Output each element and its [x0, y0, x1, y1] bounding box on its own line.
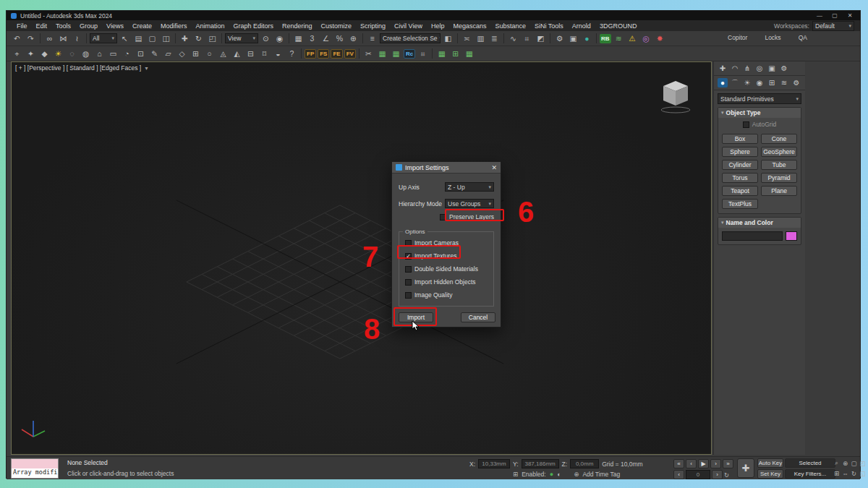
select-rotate-icon[interactable]: ↻ — [192, 33, 205, 44]
geosphere-button[interactable]: GeoSphere — [761, 147, 797, 157]
menu-tools[interactable]: Tools — [51, 22, 75, 30]
cut-icon[interactable]: ✂ — [362, 48, 375, 59]
render-production-icon[interactable]: ● — [581, 33, 593, 44]
table-tool-icon[interactable]: ⊞ — [449, 48, 461, 59]
tab-hierarchy-icon[interactable]: ⋔ — [742, 64, 752, 73]
primitive-category-dropdown[interactable]: Standard Primitives▾ — [718, 93, 801, 104]
pyramid-button[interactable]: Pyramid — [761, 173, 797, 183]
next-frame-button[interactable]: › — [710, 459, 721, 468]
quick-menu-locks[interactable]: Locks — [765, 34, 780, 41]
category-lights-icon[interactable]: ☀ — [742, 78, 752, 87]
maximize-button[interactable]: ▢ — [829, 12, 841, 19]
image-quality-checkbox[interactable] — [405, 292, 412, 299]
time-configuration-icon[interactable]: ↻ — [724, 471, 729, 479]
menu-rendering[interactable]: Rendering — [278, 22, 317, 30]
zoom-icon[interactable]: ⌕ — [833, 458, 841, 468]
tube-button[interactable]: Tube — [761, 160, 797, 170]
keyboard-override-icon[interactable]: ▦ — [292, 33, 305, 44]
table-tool-icon[interactable]: ▦ — [435, 48, 448, 59]
select-manipulate-icon[interactable]: ◉ — [273, 33, 286, 44]
toolbar2-icon-19[interactable]: ⌑ — [258, 48, 271, 59]
z-coordinate-field[interactable]: 0,0mm — [570, 459, 599, 468]
select-object-icon[interactable]: ↖ — [119, 33, 131, 44]
grid-tool-icon[interactable]: ▦ — [390, 48, 402, 59]
warning-icon[interactable]: ⚠ — [626, 33, 639, 44]
category-helpers-icon[interactable]: ⊞ — [767, 78, 777, 87]
menu-3dground[interactable]: 3DGROUND — [595, 22, 642, 30]
use-pivot-center-icon[interactable]: ⊙ — [260, 33, 272, 44]
image-quality-row[interactable]: Image Quality — [405, 291, 488, 299]
maxscript-mini-listener[interactable]: Array modifi — [11, 458, 59, 479]
tab-create-icon[interactable]: ✚ — [718, 64, 728, 73]
go-to-end-button[interactable]: » — [723, 459, 733, 468]
selected-set-dropdown[interactable]: Selected — [785, 458, 835, 468]
schematic-icon[interactable]: ⌗ — [417, 48, 429, 59]
preserve-layers-checkbox[interactable] — [440, 214, 446, 221]
snap-toggle-icon[interactable]: 3 — [306, 33, 318, 44]
maximize-viewport-icon[interactable]: ◱ — [859, 468, 867, 478]
close-button[interactable]: ✕ — [844, 12, 856, 19]
cone-button[interactable]: Cone — [761, 134, 797, 144]
quick-menu-copitor[interactable]: Copitor — [728, 34, 747, 41]
import-textures-row[interactable]: ✓ Import Textures — [405, 252, 488, 260]
toolbar2-icon-20[interactable]: ◒ — [272, 48, 284, 59]
redo-icon[interactable]: ↷ — [25, 33, 37, 44]
orbit-icon[interactable]: ↻ — [850, 468, 858, 478]
name-color-header[interactable]: ▾Name and Color — [718, 218, 801, 228]
toolbar2-icon-14[interactable]: ⊞ — [190, 48, 202, 59]
category-spacewarps-icon[interactable]: ≋ — [779, 78, 789, 87]
stack-plugin-icon[interactable]: ≋ — [613, 33, 625, 44]
toolbar2-icon-17[interactable]: ◭ — [231, 48, 243, 59]
x-coordinate-field[interactable]: 10,33mm — [478, 459, 510, 468]
autogrid-checkbox[interactable] — [743, 121, 749, 128]
select-scale-icon[interactable]: ◰ — [206, 33, 218, 44]
key-forward-button[interactable]: › — [712, 470, 723, 479]
spinner-snap-icon[interactable]: ⊕ — [347, 33, 359, 44]
menu-help[interactable]: Help — [427, 22, 449, 30]
up-axis-dropdown[interactable]: Z - Up▾ — [445, 182, 494, 192]
percent-snap-icon[interactable]: % — [333, 33, 346, 44]
y-coordinate-field[interactable]: 387,186mm — [522, 459, 559, 468]
toolbar2-icon-7[interactable]: ⌂ — [93, 48, 106, 59]
category-geometry-icon[interactable]: ● — [718, 78, 728, 87]
import-hidden-objects-row[interactable]: Import Hidden Objects — [405, 278, 488, 286]
grid-tool-icon[interactable]: ▦ — [376, 48, 388, 59]
named-selection-icon[interactable]: ≡ — [366, 33, 378, 44]
zoom-all-icon[interactable]: ⊕ — [841, 458, 849, 468]
select-link-icon[interactable]: ∞ — [43, 33, 56, 44]
category-cameras-icon[interactable]: ◉ — [754, 78, 765, 87]
layer-manager-icon[interactable]: ≣ — [488, 33, 501, 44]
toolbar2-icon-15[interactable]: ○ — [203, 48, 216, 59]
field-of-view-icon[interactable]: ⊞ — [833, 468, 841, 478]
category-shapes-icon[interactable]: ⌒ — [730, 78, 740, 87]
tab-motion-icon[interactable]: ◎ — [754, 64, 765, 73]
menu-create[interactable]: Create — [128, 22, 156, 30]
rendered-frame-icon[interactable]: ▣ — [567, 33, 579, 44]
hierarchy-mode-dropdown[interactable]: Use Groups▾ — [445, 199, 494, 208]
auto-key-button[interactable]: Auto Key — [757, 458, 783, 468]
railclone-icon[interactable]: Rc — [404, 49, 415, 59]
forest-pack-icon[interactable]: FP — [305, 49, 316, 59]
object-type-header[interactable]: ▾Object Type — [718, 108, 801, 118]
menu-sini-tools[interactable]: SiNi Tools — [530, 22, 568, 30]
menu-animation[interactable]: Animation — [191, 22, 229, 30]
toolbar2-icon-10[interactable]: ⊡ — [135, 48, 147, 59]
viewcube[interactable] — [659, 77, 692, 114]
tab-modify-icon[interactable]: ◠ — [730, 64, 740, 73]
play-button[interactable]: ▶ — [698, 459, 709, 468]
target-plugin-icon[interactable]: ◎ — [640, 33, 652, 44]
toolbar2-icon-2[interactable]: ✦ — [25, 48, 37, 59]
rectangular-region-icon[interactable]: ▢ — [146, 33, 158, 44]
import-hidden-objects-checkbox[interactable] — [405, 279, 412, 286]
minimize-button[interactable]: — — [814, 12, 825, 19]
toolbar2-icon-1[interactable]: ⌖ — [11, 48, 23, 59]
dialog-title-bar[interactable]: Import Settings ✕ — [392, 162, 501, 174]
dialog-close-icon[interactable]: ✕ — [491, 164, 497, 171]
toolbar2-icon-6[interactable]: ◍ — [80, 48, 92, 59]
zoom-region-icon[interactable]: ◰ — [859, 458, 867, 468]
grid-snap-icon[interactable]: ⊞ — [513, 471, 518, 478]
previous-frame-button[interactable]: ‹ — [686, 459, 697, 468]
category-systems-icon[interactable]: ⚙ — [791, 78, 801, 87]
title-bar[interactable]: Untitled - Autodesk 3ds Max 2024 — ▢ ✕ — [7, 11, 860, 20]
object-color-swatch[interactable] — [786, 231, 797, 241]
